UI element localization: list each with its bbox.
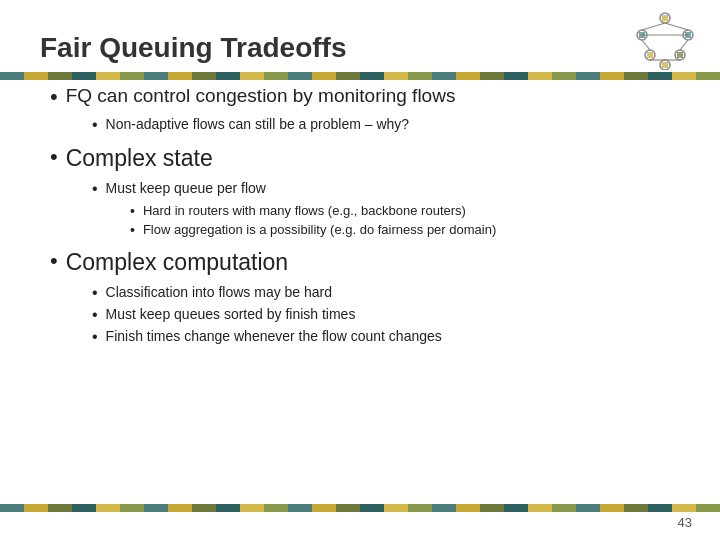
bullet-dot-1: • [50, 84, 58, 110]
content-area: • FQ can control congestion by monitorin… [40, 84, 680, 346]
sub-bullet-dot-3-2: • [92, 306, 98, 324]
page-number: 43 [678, 515, 692, 530]
main-bullet-1-text: FQ can control congestion by monitoring … [66, 84, 456, 109]
svg-rect-13 [662, 15, 668, 21]
sub-bullet-2-1-text: Must keep queue per flow [106, 180, 266, 196]
svg-rect-15 [685, 32, 691, 38]
sub-bullet-3-3: • Finish times change whenever the flow … [92, 328, 680, 346]
sub-bullet-dot-1-1: • [92, 116, 98, 134]
sub-bullet-dot-3-3: • [92, 328, 98, 346]
main-bullet-2-text: Complex state [66, 144, 213, 174]
sub-bullet-dot-2-1: • [92, 180, 98, 198]
sub-bullet-2-1: • Must keep queue per flow [92, 180, 680, 198]
svg-line-7 [665, 23, 688, 30]
sub-sub-text-2-1-2: Flow aggregation is a possibility (e.g. … [143, 222, 496, 237]
network-icon [630, 10, 700, 70]
section-2: • Complex state • Must keep queue per fl… [40, 144, 680, 238]
section-1: • FQ can control congestion by monitorin… [40, 84, 680, 134]
sub-sub-bullet-2-1-2: • Flow aggregation is a possibility (e.g… [130, 222, 680, 238]
sub-bullet-1-1: • Non-adaptive flows can still be a prob… [92, 116, 680, 134]
sub-sub-text-2-1-1: Hard in routers with many flows (e.g., b… [143, 203, 466, 218]
bullet-dot-2: • [50, 144, 58, 170]
bullet-dot-3: • [50, 248, 58, 274]
svg-line-8 [642, 40, 650, 50]
sub-bullet-3-2: • Must keep queues sorted by finish time… [92, 306, 680, 324]
sub-bullet-dot-3-1: • [92, 284, 98, 302]
slide: Fair Queuing Tradeoffs • FQ can control … [0, 0, 720, 540]
sub-bullet-3-2-text: Must keep queues sorted by finish times [106, 306, 356, 322]
section-3: • Complex computation • Classification i… [40, 248, 680, 346]
svg-rect-14 [639, 32, 645, 38]
svg-rect-18 [662, 62, 668, 68]
svg-rect-16 [647, 52, 653, 58]
svg-line-6 [642, 23, 665, 30]
svg-line-9 [680, 40, 688, 50]
main-bullet-1: • FQ can control congestion by monitorin… [50, 84, 680, 110]
main-bullet-2: • Complex state [50, 144, 680, 174]
sub-sub-dot-2-1-2: • [130, 222, 135, 238]
bottom-bar [0, 504, 720, 512]
top-bar [0, 72, 720, 80]
main-bullet-3: • Complex computation [50, 248, 680, 278]
sub-bullet-1-1-text: Non-adaptive flows can still be a proble… [106, 116, 410, 132]
sub-bullet-3-3-text: Finish times change whenever the flow co… [106, 328, 442, 344]
sub-sub-bullet-2-1-1: • Hard in routers with many flows (e.g.,… [130, 203, 680, 219]
sub-sub-dot-2-1-1: • [130, 203, 135, 219]
slide-title: Fair Queuing Tradeoffs [40, 28, 680, 64]
svg-rect-17 [677, 52, 683, 58]
sub-bullet-3-1: • Classification into flows may be hard [92, 284, 680, 302]
main-bullet-3-text: Complex computation [66, 248, 288, 278]
sub-bullet-3-1-text: Classification into flows may be hard [106, 284, 332, 300]
